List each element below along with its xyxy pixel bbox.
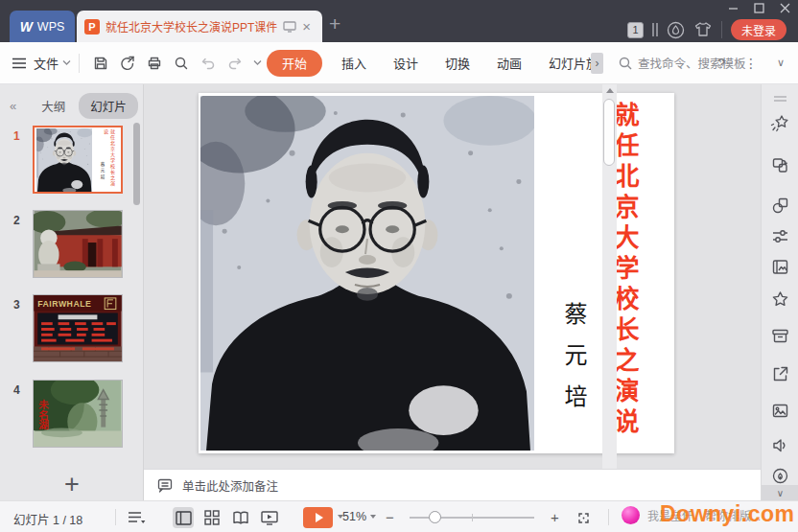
more-menu-icon[interactable]: ⋮ [744, 56, 758, 71]
tab-home[interactable]: 开始 [267, 50, 322, 77]
zoom-level-value[interactable]: 51% [342, 510, 366, 523]
fit-to-window-button[interactable] [573, 507, 594, 528]
titlebar-divider [721, 21, 722, 38]
object-properties-icon[interactable] [770, 226, 790, 246]
ppt-file-icon: P [84, 19, 100, 35]
slide-thumb-row-3: 3 FAIRWHALE [0, 294, 144, 366]
view-sorter-button[interactable] [201, 507, 223, 528]
share-icon[interactable] [770, 364, 790, 384]
redo-button[interactable] [222, 50, 248, 77]
editing-canvas[interactable]: 蔡元培 就任北京大学校长之演说 [144, 84, 746, 469]
zoom-slider-handle[interactable] [429, 511, 441, 523]
login-button[interactable]: 未登录 [731, 19, 786, 40]
close-icon[interactable] [780, 3, 790, 13]
favorites-star-icon[interactable] [770, 289, 790, 310]
undo-button[interactable] [195, 50, 222, 77]
maximize-icon[interactable] [754, 3, 764, 13]
cai-yuanpei-portrait-photo[interactable] [200, 96, 534, 451]
ribbon-toolbar: 文件 [0, 42, 798, 84]
sidebar-scrollbar[interactable] [133, 123, 140, 205]
resource-library-icon[interactable] [770, 257, 790, 277]
smart-beautify-icon[interactable] [770, 113, 790, 133]
slide-convert-icon[interactable] [770, 155, 790, 175]
activity-flame-icon[interactable] [667, 21, 685, 39]
panel-collapse-icon[interactable]: « [10, 99, 16, 113]
tab-outline[interactable]: 大纲 [41, 97, 65, 115]
thumb3-street-sign-image: FAIRWHALE [34, 295, 122, 361]
image-icon[interactable] [770, 401, 790, 421]
theme-shirt-icon[interactable] [693, 21, 713, 38]
notes-placeholder: 单击此处添加备注 [182, 476, 278, 495]
zoom-in-button[interactable]: + [551, 509, 559, 525]
wps-presentation-window: W WPS P 就任北京大学校长之演说PPT课件 × + 1 [0, 0, 798, 532]
canvas-scrollbar[interactable] [602, 84, 617, 469]
file-menu[interactable]: 文件 [34, 54, 59, 72]
thumb3-sign-text: FAIRWHALE [37, 299, 91, 309]
play-slideshow-button[interactable] [303, 507, 333, 528]
new-tab-button[interactable]: + [329, 13, 340, 34]
slide-thumbnail-4[interactable]: 未名湖 [33, 380, 123, 448]
main-menu-icon[interactable] [12, 57, 27, 70]
strip-collapse-icon[interactable]: ∨ [762, 485, 798, 500]
right-tool-strip: ∨ [761, 84, 798, 500]
notes-bar[interactable]: 单击此处添加备注 [144, 469, 761, 500]
slideshow-from-current-button[interactable] [259, 507, 280, 528]
status-bar: 幻灯片 1 / 18 51% − [0, 500, 798, 532]
eco-badge-icon[interactable] [770, 466, 790, 486]
archive-box-icon[interactable] [770, 326, 790, 346]
shapes-icon[interactable] [770, 196, 790, 216]
slide-number: 1 [13, 129, 20, 143]
slide-thumbnail-1[interactable]: 就任北京大学校长之演说 蔡元培 [33, 126, 123, 194]
downyi-watermark: Downyi.com [660, 501, 794, 527]
document-count-badge[interactable]: 1 [627, 22, 644, 38]
canvas-scrollbar-thumb[interactable] [603, 99, 615, 166]
wps-logo-icon: W [20, 19, 33, 35]
export-button[interactable] [114, 50, 141, 77]
slide-thumbnail-2[interactable] [33, 210, 123, 278]
print-button[interactable] [141, 50, 168, 77]
search-icon [619, 57, 632, 70]
audio-icon[interactable] [770, 435, 790, 455]
quickbar-more-icon[interactable] [248, 50, 266, 77]
notes-toggle-icon[interactable] [125, 507, 150, 528]
view-normal-button[interactable] [173, 507, 194, 528]
view-reading-button[interactable] [230, 507, 251, 528]
tab-animation[interactable]: 动画 [483, 50, 535, 77]
slide-number: 3 [13, 298, 20, 312]
tab-close-icon[interactable]: × [302, 19, 311, 34]
save-button[interactable] [87, 50, 114, 77]
titlebar-right-group: 1 未登录 [627, 19, 786, 40]
wps-home-tab[interactable]: W WPS [10, 11, 75, 42]
slideshow-expand-icon[interactable]: › [591, 53, 603, 74]
wps-brand-label: WPS [37, 20, 64, 34]
thumb2-gate-image [34, 211, 122, 277]
add-slide-button[interactable]: + [58, 470, 86, 498]
zoom-caret-icon[interactable] [370, 515, 376, 519]
slide-author-textbox[interactable]: 蔡元培 [557, 302, 591, 446]
slide-thumb-row-1: 1 就任北京大学校长之演说 蔡元培 [0, 126, 144, 197]
assistant-ball-icon [622, 506, 640, 524]
tab-slides[interactable]: 幻灯片 [79, 93, 138, 119]
tab-design[interactable]: 设计 [380, 50, 432, 77]
slide-number: 2 [13, 214, 20, 227]
tab-transition[interactable]: 切换 [432, 50, 483, 77]
print-preview-button[interactable] [168, 50, 195, 77]
help-icon[interactable]: ? [717, 56, 725, 71]
tab-slideshow[interactable]: 幻灯片放 [535, 50, 591, 77]
presenter-monitor-icon [283, 21, 296, 33]
scroll-up-icon[interactable] [606, 88, 614, 93]
strip-drag-handle-icon[interactable] [770, 88, 790, 108]
minimize-icon[interactable] [728, 3, 739, 13]
slide-thumbnail-3[interactable]: FAIRWHALE [33, 294, 123, 362]
document-tab[interactable]: P 就任北京大学校长之演说PPT课件 × [77, 11, 322, 42]
slide-panel: « 大纲 幻灯片 1 就任北京大学校长之演说 蔡元培 2 [0, 84, 144, 500]
document-tab-title: 就任北京大学校长之演说PPT课件 [106, 18, 277, 35]
collapse-ribbon-icon[interactable]: ∨ [777, 57, 785, 69]
tab-insert[interactable]: 插入 [328, 50, 380, 77]
zoom-slider[interactable] [410, 517, 534, 519]
tab-list-icon[interactable] [652, 23, 658, 36]
zoom-out-button[interactable]: − [386, 509, 394, 525]
slide-thumb-row-4: 4 未名湖 [0, 380, 144, 451]
thumb1-portrait-image [36, 128, 92, 192]
file-menu-caret-icon[interactable] [62, 59, 71, 66]
